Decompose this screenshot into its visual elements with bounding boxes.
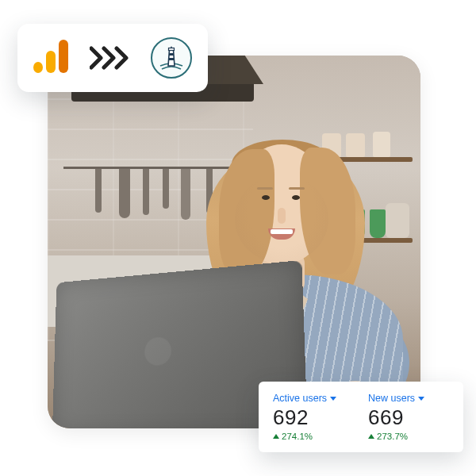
metric-delta: 273.7% [368, 432, 449, 441]
metric-dropdown-new-users[interactable]: New users [368, 393, 449, 404]
lighthouse-icon [151, 37, 192, 79]
arrow-up-icon [273, 434, 279, 439]
svg-rect-0 [169, 53, 174, 56]
arrow-up-icon [368, 434, 374, 439]
metric-dropdown-active-users[interactable]: Active users [273, 393, 354, 404]
analytics-stats-card: Active users 692 274.1% New users 669 27… [259, 382, 463, 452]
metric-new-users: New users 669 273.7% [368, 393, 449, 441]
google-analytics-icon [33, 40, 70, 76]
chevron-down-icon [418, 397, 424, 401]
metric-value: 692 [273, 405, 354, 430]
integration-badge [17, 24, 208, 92]
svg-rect-2 [169, 48, 175, 51]
metric-delta: 274.1% [273, 432, 354, 441]
svg-rect-1 [169, 58, 174, 60]
metric-value: 669 [368, 405, 449, 430]
hero-photo [48, 56, 420, 428]
metric-label: Active users [273, 393, 327, 404]
metric-label: New users [368, 393, 415, 404]
triple-chevron-right-icon [90, 46, 131, 70]
metric-active-users: Active users 692 274.1% [273, 393, 354, 441]
chevron-down-icon [330, 397, 336, 401]
